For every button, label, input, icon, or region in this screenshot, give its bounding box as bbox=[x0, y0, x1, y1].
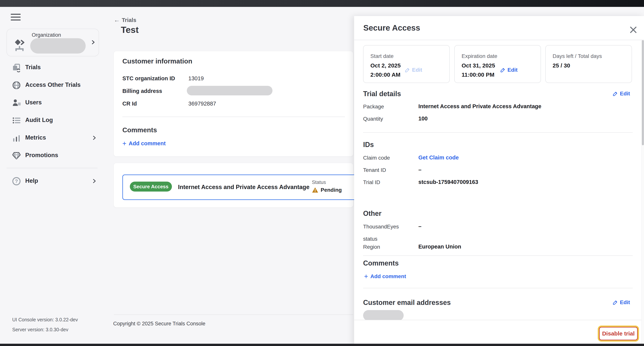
other-title: Other bbox=[363, 210, 382, 218]
sidebar-item-metrics[interactable]: Metrics bbox=[6, 131, 99, 144]
bottom-edge-bar bbox=[0, 344, 644, 346]
drawer-comments-title: Comments bbox=[363, 259, 399, 267]
organization-name-redacted bbox=[30, 38, 86, 54]
list-icon bbox=[12, 116, 21, 125]
drawer-footer: Disable trial bbox=[354, 320, 641, 346]
billing-address-redacted bbox=[187, 86, 272, 96]
add-comment-link[interactable]: + Add comment bbox=[122, 140, 166, 146]
comments-title: Comments bbox=[122, 126, 157, 134]
sidebar-item-users[interactable]: Users bbox=[6, 96, 99, 109]
menu-icon[interactable] bbox=[11, 14, 21, 22]
warning-triangle-icon bbox=[312, 187, 318, 193]
stc-org-id-value: 13019 bbox=[188, 75, 204, 82]
trial-product-row-selected[interactable]: Secure Access Internet Access and Privat… bbox=[122, 174, 363, 200]
sidebar-divider bbox=[6, 168, 98, 168]
package-value: Internet Access and Private Access Advan… bbox=[418, 103, 541, 110]
quantity-value: 100 bbox=[418, 116, 428, 122]
expiration-date-card: Expiration date Oct 31, 2025 11:00:00 PM… bbox=[454, 45, 541, 83]
drawer-title: Secure Access bbox=[363, 23, 420, 32]
breadcrumb-back-trials[interactable]: ←Trials bbox=[114, 16, 136, 24]
drawer-add-comment-link[interactable]: + Add comment bbox=[364, 273, 406, 280]
thousandeyes-status-label: ThousandEyes status bbox=[363, 224, 399, 242]
stc-org-id-label: STC organization ID bbox=[122, 75, 175, 82]
start-date-edit-button[interactable]: Edit bbox=[405, 67, 422, 73]
trial-details-title: Trial details bbox=[363, 90, 401, 98]
cr-id-label: CR Id bbox=[122, 100, 137, 107]
pencil-icon bbox=[500, 67, 506, 73]
pencil-icon bbox=[613, 300, 618, 305]
cr-id-value: 369792887 bbox=[188, 100, 216, 107]
quantity-label: Quantity bbox=[363, 116, 383, 122]
org-tree-icon bbox=[14, 39, 27, 53]
organization-selector[interactable]: Organization bbox=[6, 29, 99, 56]
secure-access-badge: Secure Access bbox=[130, 182, 172, 192]
gem-icon bbox=[12, 151, 21, 160]
region-label: Region bbox=[363, 244, 380, 250]
trial-details-edit-button[interactable]: Edit bbox=[613, 90, 630, 97]
globe-icon bbox=[12, 81, 21, 90]
sidebar-item-audit-log[interactable]: Audit Log bbox=[6, 114, 99, 127]
expiration-date-edit-button[interactable]: Edit bbox=[500, 67, 518, 73]
server-version: Server version: 3.0.30-dev bbox=[12, 327, 68, 332]
customer-emails-edit-button[interactable]: Edit bbox=[613, 299, 630, 306]
secure-access-drawer: Secure Access Start date Oct 2, 2025 2:0… bbox=[354, 16, 644, 346]
status-value: Pending bbox=[312, 187, 342, 193]
package-label: Package bbox=[363, 104, 384, 110]
scrollbar-thumb[interactable] bbox=[642, 40, 644, 145]
ui-console-version: UI Console version: 3.0.22-dev bbox=[12, 317, 78, 322]
start-date-card: Start date Oct 2, 2025 2:00:00 AM Edit bbox=[363, 45, 450, 83]
trials-icon bbox=[12, 63, 21, 72]
customer-information-card: Customer information STC organization ID… bbox=[114, 51, 353, 156]
status-label: Status bbox=[312, 179, 326, 185]
close-icon[interactable] bbox=[629, 25, 638, 34]
svg-text:?: ? bbox=[15, 178, 18, 184]
footer-divider bbox=[114, 314, 353, 315]
drawer-header-divider bbox=[354, 40, 644, 40]
user-icon bbox=[12, 98, 21, 108]
page-title: Test bbox=[121, 24, 139, 35]
region-value: European Union bbox=[418, 244, 461, 250]
drawer-divider bbox=[363, 288, 633, 288]
chevron-right-icon bbox=[92, 135, 97, 140]
back-arrow-icon: ← bbox=[114, 16, 120, 23]
drawer-scrollbar[interactable] bbox=[641, 40, 644, 346]
tenant-id-label: Tenant ID bbox=[363, 167, 386, 173]
claim-code-label: Claim code bbox=[363, 155, 390, 161]
trial-id-value: stcsub-1759407009163 bbox=[418, 179, 478, 185]
get-claim-code-link[interactable]: Get Claim code bbox=[418, 154, 459, 161]
copyright-text: Copyright © 2025 Secure Trials Console bbox=[113, 321, 205, 327]
bar-chart-icon bbox=[12, 134, 21, 142]
customer-information-title: Customer information bbox=[122, 57, 192, 65]
trial-id-label: Trial ID bbox=[363, 179, 380, 186]
sidebar-item-trials[interactable]: Trials bbox=[6, 61, 99, 74]
organization-label: Organization bbox=[32, 32, 61, 38]
customer-email-redacted bbox=[363, 310, 404, 321]
drawer-divider bbox=[363, 256, 633, 256]
customer-emails-title: Customer email addresses bbox=[363, 298, 451, 306]
billing-address-label: Billing address bbox=[122, 88, 162, 94]
top-bar bbox=[0, 0, 644, 7]
chevron-right-icon bbox=[91, 40, 96, 45]
days-left-card: Days left / Total days 25 / 30 bbox=[545, 45, 632, 83]
disable-trial-button[interactable]: Disable trial bbox=[599, 327, 638, 340]
sidebar-item-help[interactable]: ? Help bbox=[6, 174, 99, 188]
chevron-right-icon bbox=[92, 178, 97, 184]
product-name: Internet Access and Private Access Advan… bbox=[178, 184, 310, 190]
question-circle-icon: ? bbox=[12, 177, 21, 186]
thousandeyes-status-value: – bbox=[418, 223, 422, 230]
sidebar-item-access-other-trials[interactable]: Access Other Trials bbox=[6, 78, 99, 92]
sidebar-item-promotions[interactable]: Promotions bbox=[6, 149, 99, 162]
tenant-id-value: – bbox=[418, 167, 422, 173]
ids-title: IDs bbox=[363, 141, 374, 149]
pencil-icon bbox=[613, 91, 618, 96]
pencil-icon bbox=[405, 67, 410, 73]
drawer-divider bbox=[363, 132, 633, 133]
card-divider bbox=[122, 116, 345, 117]
